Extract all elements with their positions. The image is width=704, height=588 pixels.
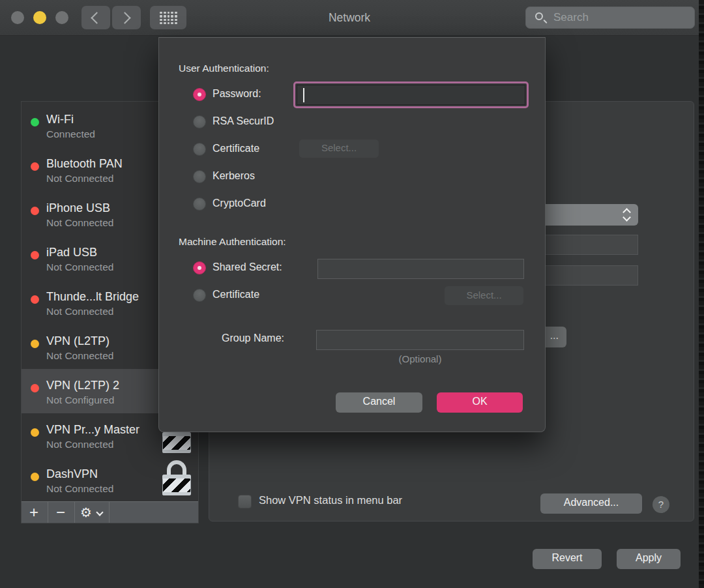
revert-button[interactable]: Revert — [533, 549, 602, 569]
machine-authentication-label: Machine Authentication: — [179, 236, 286, 248]
status-dot — [31, 340, 39, 348]
cryptocard-radio[interactable] — [193, 198, 206, 211]
title-bar: Network Search — [0, 0, 699, 36]
group-name-input[interactable] — [316, 330, 524, 350]
vpn-lock-icon — [162, 475, 191, 495]
kerberos-radio[interactable] — [193, 170, 206, 183]
connection-status: Connected — [46, 128, 95, 140]
connection-status: Not Connected — [46, 261, 113, 273]
sidebar-item-dashvpn[interactable]: DashVPN Not Connected — [22, 458, 198, 502]
status-dot — [31, 162, 39, 171]
chevron-down-icon — [96, 508, 103, 516]
status-dot — [31, 251, 39, 259]
connection-name: Thunde...lt Bridge — [46, 290, 139, 304]
password-input[interactable] — [293, 81, 529, 108]
connection-status: Not Configured — [46, 394, 114, 406]
show-vpn-status-checkbox[interactable] — [238, 495, 252, 508]
search-input[interactable]: Search — [525, 7, 695, 29]
shared-secret-radio-label: Shared Secret: — [213, 261, 282, 273]
rsa-securid-radio[interactable] — [193, 115, 206, 128]
connection-name: iPhone USB — [46, 201, 110, 215]
search-placeholder: Search — [553, 11, 589, 24]
network-preferences-window: Network Search Wi-Fi Connected Bluetooth… — [0, 0, 699, 588]
help-button[interactable]: ? — [653, 496, 669, 513]
connection-name: Bluetooth PAN — [46, 157, 123, 171]
rsa-securid-radio-label: RSA SecurID — [213, 115, 274, 127]
optional-hint-label: (Optional) — [316, 353, 524, 364]
connection-status: Not Connected — [46, 217, 113, 229]
cancel-button[interactable]: Cancel — [336, 392, 422, 413]
connection-status: Not Connected — [46, 173, 113, 184]
status-dot — [31, 473, 39, 481]
shared-secret-input[interactable] — [317, 259, 524, 279]
password-radio[interactable] — [193, 88, 206, 101]
cryptocard-radio-label: CryptoCard — [213, 198, 266, 209]
status-dot — [31, 295, 39, 304]
add-connection-button[interactable]: + — [22, 502, 48, 523]
status-dot — [31, 384, 39, 392]
remove-connection-button[interactable]: − — [48, 502, 74, 523]
desktop-edge-strip — [699, 0, 704, 588]
user-authentication-label: User Authentication: — [179, 63, 269, 74]
status-dot — [31, 207, 39, 215]
stepper-down-icon — [624, 214, 632, 222]
connection-name: VPN Pr...y Master — [46, 423, 139, 437]
action-menu-button[interactable]: ⚙ — [75, 502, 109, 523]
group-name-label: Group Name: — [222, 332, 284, 344]
shared-secret-radio[interactable] — [193, 261, 206, 274]
connection-status: Not Connected — [46, 306, 113, 317]
machine-certificate-select-button[interactable]: Select... — [445, 286, 523, 305]
show-vpn-status-label: Show VPN status in menu bar — [259, 494, 402, 507]
password-radio-label: Password: — [213, 88, 261, 100]
kerberos-radio-label: Kerberos — [213, 170, 255, 182]
connection-name: VPN (L2TP) — [46, 334, 110, 348]
status-dot — [31, 428, 39, 437]
apply-button[interactable]: Apply — [617, 549, 681, 569]
ok-button[interactable]: OK — [437, 392, 523, 413]
machine-certificate-radio[interactable] — [193, 289, 206, 302]
gear-icon: ⚙ — [80, 505, 92, 520]
connection-name: iPad USB — [46, 246, 97, 259]
authentication-sheet-dialog: User Authentication: Password: RSA Secur… — [158, 37, 546, 432]
connection-status: Not Connected — [46, 350, 113, 362]
user-certificate-radio[interactable] — [193, 143, 206, 156]
user-certificate-radio-label: Certificate — [213, 143, 259, 154]
sidebar-footer-toolbar: + − ⚙ — [22, 501, 198, 523]
machine-certificate-radio-label: Certificate — [213, 289, 259, 301]
user-certificate-select-button[interactable]: Select... — [299, 140, 379, 158]
connection-name: DashVPN — [46, 467, 98, 481]
connection-name: VPN (L2TP) 2 — [46, 379, 119, 392]
advanced-button[interactable]: Advanced... — [540, 493, 642, 514]
connection-status: Not Connected — [46, 439, 113, 450]
text-cursor — [303, 88, 304, 102]
search-icon — [535, 12, 543, 20]
connection-name: Wi-Fi — [46, 113, 74, 126]
minus-icon: − — [56, 503, 65, 522]
status-dot — [31, 118, 39, 126]
connection-status: Not Connected — [46, 483, 113, 495]
vpn-stripes-icon — [162, 432, 191, 453]
plus-icon: + — [29, 503, 38, 522]
